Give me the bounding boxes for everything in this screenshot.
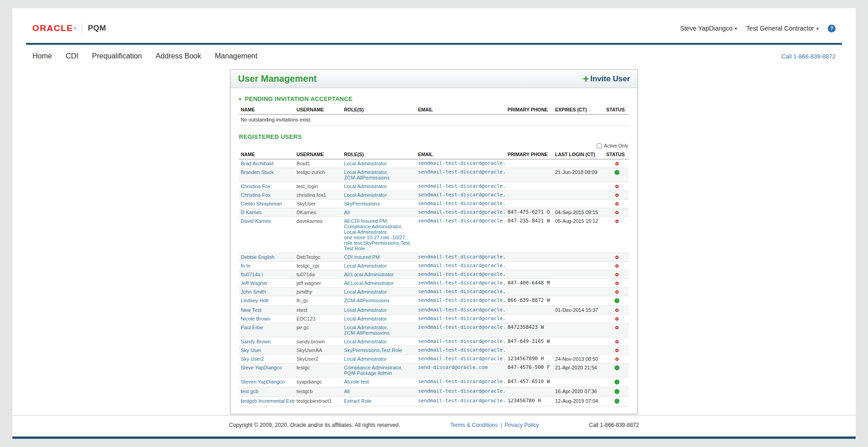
user-name-cell[interactable]: Cielito Shraybman	[239, 200, 295, 208]
registered-tbody: Brad ArchibaldBrad1Local Administratorse…	[239, 159, 629, 406]
username-cell: testgcb	[295, 387, 342, 397]
nav-item-address-book[interactable]: Address Book	[156, 52, 201, 60]
inactive-status-icon	[615, 211, 619, 214]
user-name-cell[interactable]: Brad Archibald	[239, 159, 295, 168]
brand-divider	[82, 23, 82, 33]
user-name-cell[interactable]: testgcb Incremental Extr	[239, 397, 295, 406]
page-title: User Management	[238, 74, 317, 84]
main-content: User Management + Invite User » PENDING …	[12, 65, 856, 415]
user-name-cell[interactable]: Debbie English	[239, 253, 295, 262]
user-name-cell[interactable]: Christina Fox	[239, 191, 295, 200]
roles-cell: Local Administrator	[342, 288, 416, 296]
status-cell	[604, 182, 629, 191]
user-name-cell[interactable]: Lindsey Holt	[239, 296, 295, 306]
last-login-cell	[553, 279, 604, 288]
username-cell: jsmithy	[295, 288, 342, 296]
user-name-cell[interactable]: Christina Fox	[239, 182, 295, 191]
last-login-cell	[553, 262, 604, 270]
last-login-cell	[553, 200, 604, 208]
user-name-cell[interactable]: David Karnes	[239, 217, 295, 253]
column-header-roles: ROLE(S)	[342, 150, 416, 159]
last-login-cell: 01-Dec-2014 15:37	[553, 306, 604, 315]
last-login-cell	[553, 288, 604, 296]
email-cell: sendmail-test-discard@oracle.com	[416, 270, 506, 279]
active-status-icon	[614, 298, 619, 303]
user-name-cell[interactable]: Steve YapDiangco	[239, 363, 295, 378]
inactive-status-icon	[615, 256, 619, 259]
inactive-status-icon	[615, 282, 619, 285]
inactive-status-icon	[615, 194, 619, 197]
user-name-cell[interactable]: Jeff Wagner	[239, 279, 295, 288]
username-cell: christina.fox1	[295, 191, 342, 200]
table-row: Cielito ShraybmanSkyUserSkyPermissionsse…	[239, 200, 629, 208]
roles-cell: Compliance Administrator, PQM Package Ad…	[342, 363, 416, 378]
user-name-cell[interactable]: New Test	[239, 306, 295, 315]
email-cell: sendmail-test-discard@oracle.com	[416, 355, 506, 363]
active-status-icon	[614, 170, 619, 175]
nav-item-cdi[interactable]: CDI	[66, 52, 79, 60]
header-menus: Steve YapDiangco ▾ Test General Contract…	[680, 25, 836, 32]
email-cell: sendmail-test-discard@oracle.com	[416, 168, 506, 182]
inactive-status-icon	[615, 349, 619, 352]
username-cell: testgc_cpi	[295, 262, 342, 270]
call-phone-link[interactable]: Call 1-866-839-8872	[781, 53, 836, 60]
roles-cell: ZCM-AllPermissions	[342, 296, 416, 306]
phone-cell	[506, 159, 553, 168]
user-name-cell[interactable]: Sky User	[239, 346, 295, 355]
table-row: Christina Foxtest_loginLocal Administrat…	[239, 182, 629, 191]
last-login-cell: 24-Nov-2013 08:50	[553, 355, 604, 363]
invite-user-button[interactable]: + Invite User	[583, 74, 630, 84]
privacy-link[interactable]: Privacy Policy	[505, 422, 539, 428]
user-name-cell[interactable]: Sandy Brown	[239, 337, 295, 346]
user-menu[interactable]: Steve YapDiangco ▾	[680, 25, 737, 32]
last-login-cell	[553, 253, 604, 262]
user-name-cell[interactable]: Steven YapDiangco	[239, 378, 295, 387]
table-row: Debbie EnglishDebTestgcCDI Insured PMsen…	[239, 253, 629, 262]
username-cell: DKarnes	[295, 208, 342, 217]
user-name-cell[interactable]: ftu0714a l	[239, 270, 295, 279]
panel-body: » PENDING INVITATION ACCEPTANCE NAME USE…	[231, 88, 637, 414]
user-name-cell[interactable]: Sky User2	[239, 355, 295, 363]
email-cell: sendmail-test-discard@oracle.com	[416, 182, 506, 191]
nav-item-prequalification[interactable]: Prequalification	[92, 52, 142, 60]
roles-cell: CDI Insured PM	[342, 253, 416, 262]
inactive-status-icon	[615, 220, 619, 223]
email-cell: sendmail-test-discard@oracle.com	[416, 217, 506, 253]
username-cell: lh_gc	[295, 296, 342, 306]
terms-link[interactable]: Terms & Conditions	[450, 422, 498, 428]
username-cell: ntest	[295, 306, 342, 315]
collapse-icon[interactable]: »	[237, 97, 243, 100]
table-header-row: NAME USERNAME ROLE(S) EMAIL PRIMARY PHON…	[239, 150, 629, 159]
user-name-cell[interactable]: Branden Stuck	[239, 168, 295, 182]
user-name-cell[interactable]: fn ln	[239, 262, 295, 270]
phone-cell	[506, 315, 553, 323]
footer: Copyright © 2009, 2020, Oracle and/or it…	[12, 415, 856, 436]
nav-item-management[interactable]: Management	[215, 52, 257, 60]
username-cell: testgc-zurich	[295, 168, 342, 182]
inactive-status-icon	[615, 358, 619, 361]
active-only-filter: Active Only	[239, 143, 628, 148]
user-name-cell[interactable]: test gcb	[239, 387, 295, 397]
table-row: Brad ArchibaldBrad1Local Administratorse…	[239, 159, 629, 168]
nav-item-home[interactable]: Home	[32, 52, 52, 60]
user-menu-label: Steve YapDiangco	[680, 25, 733, 32]
page: ORACLE ® PQM Steve YapDiangco ▾ Test Gen…	[12, 8, 856, 439]
help-icon[interactable]: ?	[828, 25, 836, 32]
status-cell	[604, 217, 629, 253]
user-name-cell[interactable]: Paul Erbe	[239, 323, 295, 337]
user-name-cell[interactable]: John Smith	[239, 288, 295, 296]
column-header-expires: EXPIRES (CT)	[553, 105, 604, 115]
email-cell: sendmail-test-discard@oracle.com	[416, 337, 506, 346]
user-name-cell[interactable]: Nicole Brown	[239, 315, 295, 323]
organization-menu[interactable]: Test General Contractor ▾	[746, 25, 819, 32]
username-cell: jeff.wagner	[295, 279, 342, 288]
email-cell: sendmail-test-discard@oracle.com	[416, 262, 506, 270]
email-cell: sendmail-test-discard@oracle.com	[416, 279, 506, 288]
phone-cell	[506, 191, 553, 200]
active-only-checkbox[interactable]	[597, 143, 602, 148]
phone-cell: 847-849-3165 W	[506, 337, 553, 346]
user-name-cell[interactable]: D Karnes	[239, 208, 295, 217]
phone-cell	[506, 346, 553, 355]
active-status-icon	[614, 379, 619, 384]
table-row: D KarnesDKarnesAllsendmail-test-discard@…	[239, 208, 629, 217]
